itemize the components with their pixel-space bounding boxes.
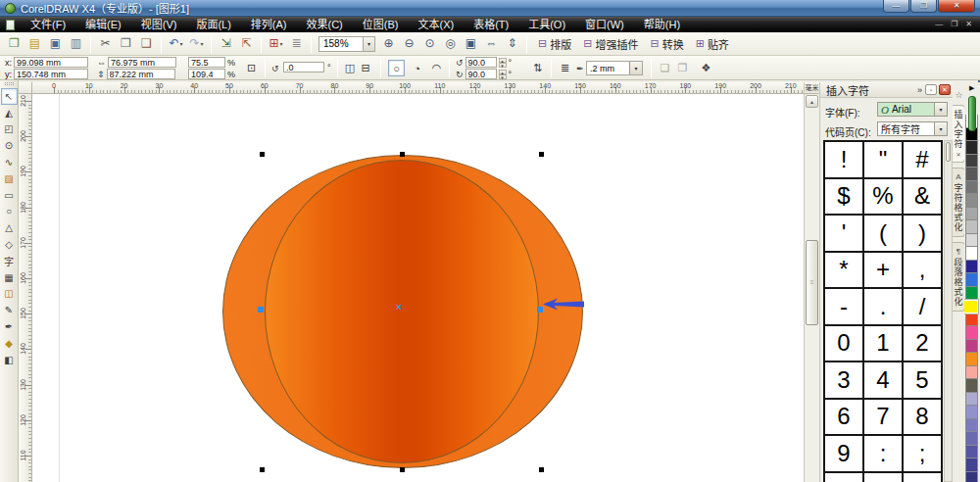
- toolbox-grip[interactable]: [5, 82, 14, 85]
- to-back-button[interactable]: ❐: [674, 60, 691, 76]
- selection-handle-top-right[interactable]: [539, 152, 544, 157]
- dropdown-arrow-icon[interactable]: ▾: [934, 122, 947, 135]
- dropdown-arrow-icon[interactable]: ▾: [180, 40, 183, 47]
- menu-item[interactable]: 效果(C): [297, 17, 353, 32]
- welcome-screen-button[interactable]: ≣: [287, 34, 306, 53]
- character-cell[interactable]: 5: [904, 362, 943, 400]
- color-swatch[interactable]: [965, 234, 978, 248]
- menu-item[interactable]: 表格(T): [464, 17, 518, 32]
- zoom-page-width-button[interactable]: ⇔: [482, 34, 501, 53]
- color-swatch[interactable]: [965, 406, 978, 419]
- app-launcher-button[interactable]: ⊞▾: [267, 34, 285, 53]
- interactive-blend-tool[interactable]: ◫: [1, 286, 18, 303]
- character-cell[interactable]: #: [904, 142, 943, 179]
- color-swatch[interactable]: [965, 261, 978, 274]
- menu-item[interactable]: 编辑(E): [75, 17, 131, 32]
- freehand-tool[interactable]: ∿: [1, 154, 18, 170]
- close-button[interactable]: ✕: [938, 0, 975, 13]
- color-swatch[interactable]: [965, 155, 978, 169]
- zoom-selected-button[interactable]: ⊙: [420, 34, 439, 53]
- ellipse-node-left[interactable]: [258, 307, 264, 313]
- object-center-marker[interactable]: ×: [396, 302, 402, 313]
- pie-mode-button[interactable]: ◔: [409, 60, 425, 76]
- save-button[interactable]: ▣: [46, 34, 65, 53]
- x-position-input[interactable]: [14, 57, 88, 68]
- docker-chevron-icon[interactable]: »: [914, 85, 925, 95]
- menu-item[interactable]: 工具(O): [518, 17, 575, 32]
- character-cell[interactable]: -: [825, 289, 864, 326]
- character-cell[interactable]: *: [825, 253, 864, 290]
- scrollbar-thumb[interactable]: [946, 142, 951, 162]
- dropdown-arrow-icon[interactable]: ▾: [934, 103, 947, 116]
- docker-close-button[interactable]: ✕: [939, 84, 951, 95]
- import-button[interactable]: ⇲: [217, 34, 235, 53]
- dropdown-arrow-icon[interactable]: ▾: [280, 40, 283, 47]
- arc-start-angle-input[interactable]: [466, 57, 497, 68]
- scroll-up-button[interactable]: ▲: [806, 95, 818, 108]
- minimize-button[interactable]: —: [883, 0, 909, 13]
- redo-button[interactable]: ↷▾: [187, 34, 206, 53]
- character-cell[interactable]: 2: [904, 326, 943, 363]
- text-tool[interactable]: 字: [1, 253, 18, 269]
- color-swatch[interactable]: [965, 419, 978, 433]
- quick-customize-icon[interactable]: ☆: [955, 90, 962, 100]
- print-button[interactable]: ▥: [67, 34, 85, 53]
- mirror-vertical-button[interactable]: ⊟: [359, 60, 372, 76]
- color-swatch[interactable]: [965, 340, 978, 354]
- rectangle-tool[interactable]: ▭: [1, 187, 18, 204]
- spinner[interactable]: ▴▾: [499, 58, 507, 68]
- menu-item[interactable]: 帮助(H): [634, 17, 690, 32]
- doc-restore-button[interactable]: ❐: [951, 17, 957, 32]
- character-cell[interactable]: +: [864, 253, 904, 290]
- character-cell[interactable]: [904, 473, 943, 482]
- character-cell[interactable]: (: [864, 216, 904, 253]
- color-swatch[interactable]: [965, 141, 978, 155]
- selection-handle-top-middle[interactable]: [400, 152, 405, 157]
- character-cell[interactable]: 0: [825, 326, 864, 363]
- character-cell[interactable]: :: [864, 436, 904, 473]
- drawing-canvas[interactable]: ×: [32, 94, 804, 482]
- color-swatch[interactable]: [965, 168, 978, 181]
- smart-fill-tool[interactable]: ▨: [1, 170, 18, 187]
- character-cell[interactable]: [825, 473, 864, 482]
- character-cell[interactable]: [864, 473, 904, 482]
- copy-button[interactable]: ❐: [117, 34, 135, 53]
- table-tool[interactable]: ▦: [1, 269, 18, 286]
- doc-minimize-button[interactable]: —: [935, 17, 943, 32]
- character-cell[interactable]: ": [864, 142, 904, 179]
- font-select[interactable]: O Arial ▾: [877, 102, 948, 117]
- character-cell[interactable]: ): [904, 216, 943, 253]
- close-icon[interactable]: ✕: [956, 151, 960, 158]
- spin-down-icon[interactable]: ▾: [499, 74, 507, 79]
- crop-tool[interactable]: ◰: [1, 121, 18, 138]
- outline-pen-tool[interactable]: ✒: [1, 318, 18, 335]
- codepage-select[interactable]: 所有字符 ▾: [877, 121, 948, 136]
- color-swatch[interactable]: [965, 446, 978, 459]
- fill-tool[interactable]: ◆: [1, 335, 18, 352]
- color-swatch[interactable]: [964, 300, 978, 313]
- selection-handle-bottom-right[interactable]: [539, 467, 544, 472]
- character-cell[interactable]: 7: [864, 400, 904, 437]
- selection-handle-bottom-right[interactable]: [400, 467, 405, 472]
- color-swatch[interactable]: [965, 393, 978, 407]
- paste-button[interactable]: ❑: [137, 34, 156, 53]
- character-cell[interactable]: %: [864, 179, 904, 217]
- arc-end-angle-input[interactable]: [466, 69, 497, 79]
- maximize-button[interactable]: ❐: [910, 0, 937, 13]
- color-swatch[interactable]: [965, 181, 978, 195]
- menu-item[interactable]: 版面(L): [186, 17, 240, 32]
- color-swatch[interactable]: [965, 472, 978, 482]
- scale-vertical-input[interactable]: [188, 69, 225, 79]
- basic-shapes-tool[interactable]: ◇: [1, 236, 18, 253]
- character-cell[interactable]: ;: [904, 436, 943, 473]
- dropdown-arrow-icon[interactable]: ▾: [629, 62, 642, 74]
- character-cell[interactable]: 3: [825, 362, 864, 400]
- character-cell[interactable]: $: [825, 179, 864, 217]
- canvas-vertical-scrollbar[interactable]: 毫米 ▲ ≡: [804, 82, 819, 482]
- open-button[interactable]: ▤: [25, 34, 44, 53]
- mirror-horizontal-button[interactable]: ◫: [343, 60, 357, 76]
- color-swatch[interactable]: [965, 220, 978, 234]
- change-direction-button[interactable]: ⇅: [529, 60, 546, 76]
- eyedropper-tool[interactable]: ✎: [1, 302, 18, 318]
- character-cell[interactable]: 9: [825, 436, 864, 473]
